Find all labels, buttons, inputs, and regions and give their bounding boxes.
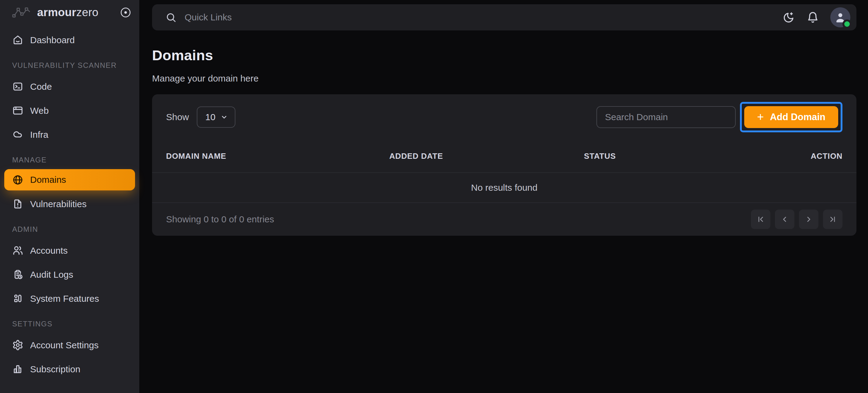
- column-header-added-date: ADDED DATE: [389, 151, 584, 161]
- notifications-bell-icon[interactable]: [806, 11, 819, 24]
- sidebar-item-label: Accounts: [30, 245, 67, 256]
- entries-summary: Showing 0 to 0 of 0 entries: [166, 214, 274, 224]
- sidebar-item-vulnerabilities[interactable]: Vulnerabilities: [4, 192, 135, 216]
- empty-state-row: No results found: [152, 173, 857, 203]
- sidebar-item-account-settings[interactable]: Account Settings: [4, 333, 135, 357]
- sidebar-item-label: Domains: [30, 175, 66, 185]
- sidebar-item-system-features[interactable]: System Features: [4, 286, 135, 310]
- annotation-highlight-box: + Add Domain: [740, 102, 842, 132]
- bar-chart-icon: [12, 363, 23, 375]
- file-warning-icon: [12, 198, 23, 210]
- sidebar-item-label: Dashboard: [30, 35, 75, 45]
- sidebar-item-accounts[interactable]: Accounts: [4, 239, 135, 263]
- section-label-scanner: VULNERABILITY SCANNER: [4, 61, 135, 70]
- brand-name: armourzero: [37, 6, 98, 19]
- table-controls: Show 10 + Add Domain: [152, 94, 857, 140]
- topbar: [152, 4, 857, 30]
- column-header-domain-name: DOMAIN NAME: [166, 151, 389, 161]
- search-domain-input[interactable]: [596, 106, 736, 128]
- sidebar-item-dashboard[interactable]: Dashboard: [4, 28, 135, 52]
- domains-table-card: Show 10 + Add Domain: [152, 94, 857, 236]
- page-size-select[interactable]: 10: [197, 107, 236, 128]
- last-page-button[interactable]: [823, 210, 842, 229]
- section-label-manage: MANAGE: [4, 156, 135, 164]
- previous-page-button[interactable]: [775, 210, 795, 229]
- next-page-button[interactable]: [799, 210, 818, 229]
- sidebar-item-label: Vulnerabilities: [30, 199, 87, 209]
- first-page-button[interactable]: [751, 210, 770, 229]
- page-title: Domains: [152, 47, 258, 64]
- components-grid-icon: [12, 293, 23, 304]
- terminal-icon: [12, 81, 23, 92]
- topbar-icons: [782, 7, 850, 27]
- search-icon: [165, 12, 177, 23]
- sidebar-item-label: System Features: [30, 294, 99, 304]
- dark-mode-moon-icon[interactable]: [782, 11, 795, 24]
- clipboard-clock-icon: [12, 269, 23, 280]
- pagination: [751, 210, 842, 229]
- browser-window-icon: [12, 105, 23, 116]
- sidebar-collapse-icon[interactable]: [120, 7, 131, 18]
- cloud-icon: [12, 129, 23, 140]
- table-footer: Showing 0 to 0 of 0 entries: [152, 203, 857, 236]
- sidebar-item-code[interactable]: Code: [4, 74, 135, 98]
- online-status-dot: [842, 20, 851, 29]
- page-head: Domains Manage your domain here: [152, 47, 258, 84]
- home-icon: [12, 34, 23, 46]
- show-label: Show: [166, 112, 189, 122]
- add-domain-label: Add Domain: [770, 112, 826, 123]
- sidebar-item-label: Infra: [30, 129, 49, 140]
- sidebar-item-domains[interactable]: Domains: [4, 169, 135, 190]
- chevron-down-icon: [220, 113, 228, 121]
- sidebar-item-label: Subscription: [30, 364, 80, 374]
- sidebar-item-web[interactable]: Web: [4, 98, 135, 123]
- sidebar-item-audit-logs[interactable]: Audit Logs: [4, 263, 135, 286]
- sidebar-item-infra[interactable]: Infra: [4, 123, 135, 147]
- sidebar-item-label: Web: [30, 105, 49, 116]
- brand-name-light: zero: [76, 6, 98, 19]
- page-subtitle: Manage your domain here: [152, 73, 258, 84]
- brand-pulse-icon: [11, 6, 32, 19]
- page-size-value: 10: [205, 112, 215, 122]
- sidebar-item-label: Account Settings: [30, 340, 98, 351]
- logo-row: armourzero: [0, 0, 139, 25]
- table-header-row: DOMAIN NAME ADDED DATE STATUS ACTION: [152, 140, 857, 173]
- sidebar-item-label: Code: [30, 82, 52, 92]
- section-label-settings: SETTINGS: [4, 320, 135, 328]
- quick-links-search-input[interactable]: [185, 12, 776, 23]
- main-content: Domains Manage your domain here Show 10 …: [139, 0, 868, 393]
- user-avatar[interactable]: [830, 7, 850, 27]
- sidebar: armourzero Dashboard VULNERABILITY SCANN…: [0, 0, 139, 393]
- plus-icon: +: [757, 111, 764, 123]
- sidebar-item-label: Audit Logs: [30, 270, 73, 280]
- brand-name-bold: armour: [37, 6, 76, 19]
- section-label-admin: ADMIN: [4, 225, 135, 234]
- column-header-status: STATUS: [584, 151, 811, 161]
- sidebar-item-subscription[interactable]: Subscription: [4, 357, 135, 381]
- users-icon: [12, 245, 23, 256]
- controls-right: + Add Domain: [596, 102, 842, 132]
- globe-icon: [12, 174, 23, 186]
- gear-icon: [12, 339, 23, 351]
- column-header-action: ACTION: [811, 151, 842, 161]
- add-domain-button[interactable]: + Add Domain: [744, 106, 838, 128]
- empty-state-message: No results found: [471, 182, 537, 193]
- sidebar-nav: Dashboard VULNERABILITY SCANNER Code Web: [0, 25, 139, 381]
